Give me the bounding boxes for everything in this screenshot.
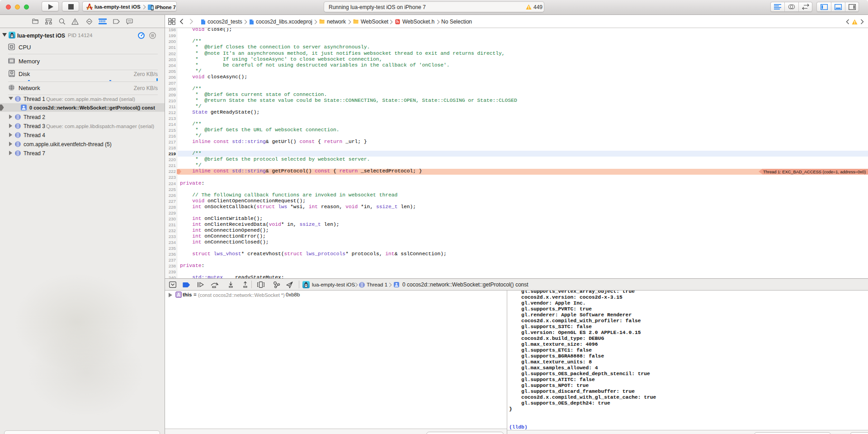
svg-text:A: A bbox=[177, 292, 180, 297]
svg-text:h: h bbox=[396, 19, 399, 24]
